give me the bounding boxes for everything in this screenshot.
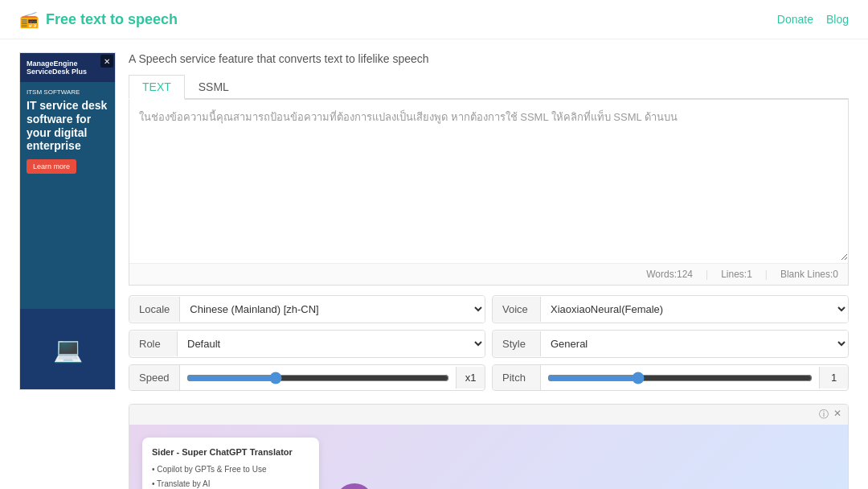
locale-label: Locale [129,297,180,322]
ad-body: ITSM SOFTWARE IT service desk software f… [20,82,115,390]
speed-control: Speed x1 [129,364,485,391]
line-count: Lines:1 [721,269,752,280]
voice-label: Voice [493,297,541,322]
tab-ssml[interactable]: SSML [185,75,243,98]
blog-link[interactable]: Blog [826,13,849,26]
tab-bar: TEXT SSML [129,75,849,100]
controls-grid: Locale Chinese (Mainland) [zh-CN] Englis… [129,295,849,391]
voice-control: Voice XiaoxiaoNeural(Female) XiaoyiNeura… [492,295,849,323]
main-layout: ManageEngineServiceDesk Plus ITSM SOFTWA… [0,39,868,489]
ad-brain-icon: 🧠 [335,483,374,489]
pitch-slider[interactable] [547,372,813,384]
locale-control: Locale Chinese (Mainland) [zh-CN] Englis… [129,295,485,323]
ad-brand-logo: ManageEngineServiceDesk Plus [27,60,108,76]
pitch-control: Pitch 1 [492,364,849,391]
ad-learn-button[interactable]: Learn more [27,159,76,174]
ad-info-icon[interactable]: ⓘ [819,408,829,421]
role-label: Role [129,331,178,356]
ad-bullet-1: Copilot by GPTs & Free to Use [152,463,309,476]
voice-select[interactable]: XiaoxiaoNeural(Female) XiaoyiNeural(Fema… [541,296,848,323]
tab-text[interactable]: TEXT [129,75,185,100]
pitch-slider-wrapper [541,372,819,384]
word-count: Words:124 [646,269,693,280]
ad-banner-header: ⓘ ✕ [129,405,848,425]
speed-value: x1 [456,367,485,388]
textarea-container: ในช่องข้อความนี้คุณสามารถป้อนข้อความที่ต… [129,100,849,286]
textarea-stats: Words:124 | Lines:1 | Blank Lines:0 [129,263,848,285]
ad-banner-close-icon[interactable]: ✕ [833,408,841,421]
blank-line-count: Blank Lines:0 [780,269,838,280]
style-control: Style General Cheerful Sad Angry [492,330,849,358]
role-select[interactable]: Default [178,331,485,357]
ad-right-content: 🧠 Sider Sider: Free ChatGPT translator [335,483,835,489]
ad-inner-card-title: Sider - Super ChatGPT Translator [152,447,309,457]
logo: 📻 Free text to speech [19,10,178,29]
locale-select[interactable]: Chinese (Mainland) [zh-CN] English (US) … [180,296,485,323]
content-area: A Speech service feature that converts t… [129,52,849,489]
ad-bullet-2: Translate by AI [152,478,309,489]
ad-service-label: ITSM SOFTWARE [27,88,108,96]
pitch-value: 1 [819,367,848,388]
page-subtitle: A Speech service feature that converts t… [129,52,849,65]
header: 📻 Free text to speech Donate Blog [0,0,868,39]
ad-headline: IT service desk software for your digita… [27,99,108,153]
ad-inner-bullets: Copilot by GPTs & Free to Use Translate … [152,463,309,489]
left-advertisement: ManageEngineServiceDesk Plus ITSM SOFTWA… [19,52,116,390]
pitch-label: Pitch [493,365,541,390]
divider-2: | [765,269,768,280]
ad-close-button[interactable]: ✕ [100,55,113,68]
ad-brand-row: 🧠 Sider [335,483,835,489]
donate-link[interactable]: Donate [777,13,813,26]
speed-slider[interactable] [186,372,449,384]
style-select[interactable]: General Cheerful Sad Angry [541,331,848,357]
logo-title: Free text to speech [46,11,178,28]
style-label: Style [493,331,541,356]
logo-icon: 📻 [19,10,39,29]
ad-banner-content: Sider - Super ChatGPT Translator Copilot… [129,425,848,489]
text-input[interactable]: ในช่องข้อความนี้คุณสามารถป้อนข้อความที่ต… [129,100,848,261]
header-links: Donate Blog [777,13,849,26]
speed-slider-wrapper [180,372,456,384]
speed-label: Speed [129,365,180,390]
role-control: Role Default [129,330,485,358]
divider-1: | [706,269,708,280]
bottom-advertisement: ⓘ ✕ Sider - Super ChatGPT Translator Cop… [129,404,849,489]
ad-inner-card: Sider - Super ChatGPT Translator Copilot… [142,438,319,489]
ad-illustration: 💻 [20,309,115,389]
